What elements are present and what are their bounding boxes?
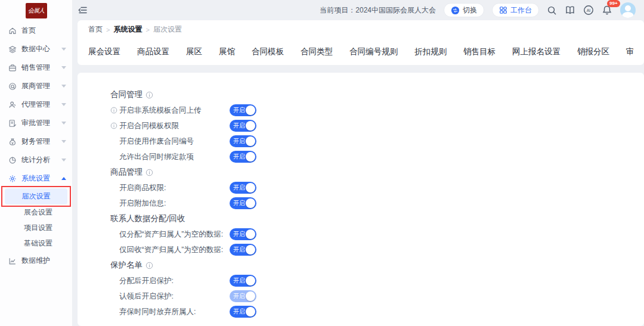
svg-text:AI: AI bbox=[587, 8, 591, 13]
tab-approval-settings[interactable]: 审批设置 bbox=[626, 39, 633, 65]
grid-icon bbox=[499, 6, 507, 14]
gear-icon bbox=[8, 174, 17, 183]
submenu-item-label: 展会设置 bbox=[24, 207, 52, 218]
toggle-state-label: 开启 bbox=[233, 308, 245, 316]
setting-row: 开启商品权限: 开启 bbox=[78, 180, 644, 195]
toggle-switch[interactable]: 开启 bbox=[230, 104, 256, 116]
toggle-switch[interactable]: 开启 bbox=[230, 228, 256, 240]
breadcrumb-separator: > bbox=[145, 26, 149, 33]
tab-sales-report-zone[interactable]: 销报分区 bbox=[577, 39, 609, 65]
submenu-item-project-settings[interactable]: 项目设置 bbox=[5, 221, 67, 235]
setting-label: 开启商品权限: bbox=[119, 183, 230, 193]
toggle-switch[interactable]: 开启 bbox=[230, 275, 256, 287]
tab-contract-type[interactable]: 合同类型 bbox=[301, 39, 333, 65]
app-window: 会展人 首页 数据中心 销售管理 bbox=[0, 0, 644, 326]
sidebar-item-exhibitor-mgmt[interactable]: 展商管理 bbox=[0, 77, 72, 95]
toggle-switch[interactable]: 开启 bbox=[230, 135, 256, 147]
section-title-product-mgmt: 商品管理 bbox=[78, 164, 644, 180]
notification-bell-icon[interactable]: 99+ bbox=[602, 5, 612, 15]
home-icon bbox=[8, 26, 17, 35]
main-area: 当前项目：2024中国国际会展人大会 切换 工作台 AI bbox=[73, 0, 644, 326]
user-icon bbox=[8, 100, 17, 109]
brand-logo[interactable]: 会展人 bbox=[26, 3, 47, 18]
setting-label: 分配后开启保护: bbox=[119, 276, 230, 286]
section-title-contract-mgmt: 合同管理 bbox=[78, 87, 644, 103]
toggle-switch[interactable]: 开启 bbox=[230, 197, 256, 209]
tab-product-settings[interactable]: 商品设置 bbox=[137, 39, 169, 65]
tab-contract-number-rules[interactable]: 合同编号规则 bbox=[349, 39, 398, 65]
toggle-knob bbox=[246, 152, 255, 162]
pie-chart-icon bbox=[8, 156, 17, 164]
toggle-switch[interactable]: 开启 bbox=[230, 290, 256, 302]
setting-label: 允许出合同时绑定款项 bbox=[119, 152, 230, 162]
setting-row: 仅分配“资产归属人”为空的数据: 开启 bbox=[78, 226, 644, 242]
sidebar-item-system-settings[interactable]: 系统设置 bbox=[0, 169, 72, 188]
toggle-knob bbox=[246, 245, 255, 254]
chevron-down-icon bbox=[61, 48, 66, 51]
guide-book-icon[interactable] bbox=[565, 5, 575, 15]
setting-row: 开启附加信息: 开启 bbox=[78, 195, 644, 211]
tab-contract-template[interactable]: 合同模板 bbox=[252, 39, 284, 65]
submenu-item-label: 基础设置 bbox=[24, 238, 52, 249]
section-title-contact-data: 联系人数据分配/回收 bbox=[78, 211, 644, 226]
submenu-item-exhibition-settings[interactable]: 展会设置 bbox=[5, 205, 67, 220]
avatar-body bbox=[622, 12, 634, 18]
sidebar-item-agent-mgmt[interactable]: 代理管理 bbox=[0, 95, 72, 114]
info-icon[interactable] bbox=[110, 107, 119, 114]
switch-button-label: 切换 bbox=[463, 5, 477, 15]
toggle-switch[interactable]: 开启 bbox=[230, 151, 256, 163]
tab-exhibition-settings[interactable]: 展会设置 bbox=[88, 39, 120, 65]
swap-icon bbox=[451, 6, 460, 15]
sidebar-item-label: 数据维护 bbox=[21, 256, 50, 266]
sidebar-item-label: 数据中心 bbox=[21, 44, 50, 54]
setting-label: 开启非系统模板合同上传 bbox=[119, 105, 230, 116]
avatar-head bbox=[625, 5, 631, 11]
breadcrumb-home[interactable]: 首页 bbox=[88, 24, 103, 35]
workbench-button[interactable]: 工作台 bbox=[492, 3, 539, 17]
chevron-down-icon bbox=[61, 103, 66, 106]
setting-row: 认领后开启保护: 开启 bbox=[78, 288, 644, 304]
toggle-switch[interactable]: 开启 bbox=[230, 244, 256, 256]
sidebar-item-label: 首页 bbox=[21, 26, 36, 36]
chevron-down-icon bbox=[61, 140, 66, 143]
setting-label: 弃保时同时放弃所属人: bbox=[119, 307, 230, 317]
toggle-switch[interactable]: 开启 bbox=[230, 182, 256, 194]
sidebar-item-approval-mgmt[interactable]: 审批管理 bbox=[0, 114, 72, 132]
sidebar-item-data-center[interactable]: 数据中心 bbox=[0, 40, 72, 58]
info-icon[interactable] bbox=[110, 122, 119, 129]
feature-toggle-panel: 合同管理 开启非系统模板合同上传 开启 开启合同模板权限 开启 bbox=[78, 73, 644, 326]
setting-row: 弃保时同时放弃所属人: 开启 bbox=[78, 304, 644, 319]
sidebar-item-home[interactable]: 首页 bbox=[0, 21, 72, 40]
tab-exhibit-hall[interactable]: 展馆 bbox=[219, 39, 235, 65]
info-icon[interactable] bbox=[145, 169, 153, 176]
toggle-state-label: 开启 bbox=[233, 137, 245, 145]
switch-project-button[interactable]: 切换 bbox=[444, 3, 484, 17]
submenu-item-basic-settings[interactable]: 基础设置 bbox=[5, 236, 67, 251]
submenu-item-label: 届次设置 bbox=[22, 191, 51, 201]
toggle-state-label: 开启 bbox=[233, 230, 245, 238]
submenu-item-session-settings[interactable]: 届次设置 bbox=[5, 188, 67, 204]
toggle-knob bbox=[246, 105, 255, 115]
info-icon[interactable] bbox=[145, 262, 153, 269]
sidebar-item-finance-mgmt[interactable]: 财务管理 bbox=[0, 132, 72, 151]
avatar[interactable] bbox=[620, 2, 636, 18]
header-card: 首页 > 系统设置 > 届次设置 展会设置 商品设置 展区 展馆 合同模板 合同… bbox=[78, 20, 644, 65]
search-icon[interactable] bbox=[547, 5, 557, 15]
chevron-up-icon bbox=[61, 177, 66, 180]
sidebar-item-data-maintenance[interactable]: 数据维护 bbox=[0, 252, 72, 270]
tab-sales-target[interactable]: 销售目标 bbox=[463, 39, 496, 65]
tab-exhibit-zone[interactable]: 展区 bbox=[186, 39, 202, 65]
tab-discount-rules[interactable]: 折扣规则 bbox=[414, 39, 447, 65]
breadcrumb-system-settings[interactable]: 系统设置 bbox=[113, 24, 142, 35]
toggle-switch[interactable]: 开启 bbox=[230, 120, 256, 132]
collapse-sidebar-icon[interactable] bbox=[78, 5, 88, 15]
info-icon[interactable] bbox=[145, 91, 153, 99]
sidebar-item-statistics[interactable]: 统计分析 bbox=[0, 151, 72, 169]
ai-assistant-icon[interactable]: AI bbox=[583, 5, 594, 15]
chevron-down-icon bbox=[61, 159, 66, 162]
toggle-state-label: 开启 bbox=[233, 277, 245, 285]
toggle-knob bbox=[246, 291, 255, 301]
sidebar-item-sales-mgmt[interactable]: 销售管理 bbox=[0, 58, 72, 77]
tab-online-registration[interactable]: 网上报名设置 bbox=[512, 39, 561, 65]
toggle-switch[interactable]: 开启 bbox=[230, 306, 256, 318]
